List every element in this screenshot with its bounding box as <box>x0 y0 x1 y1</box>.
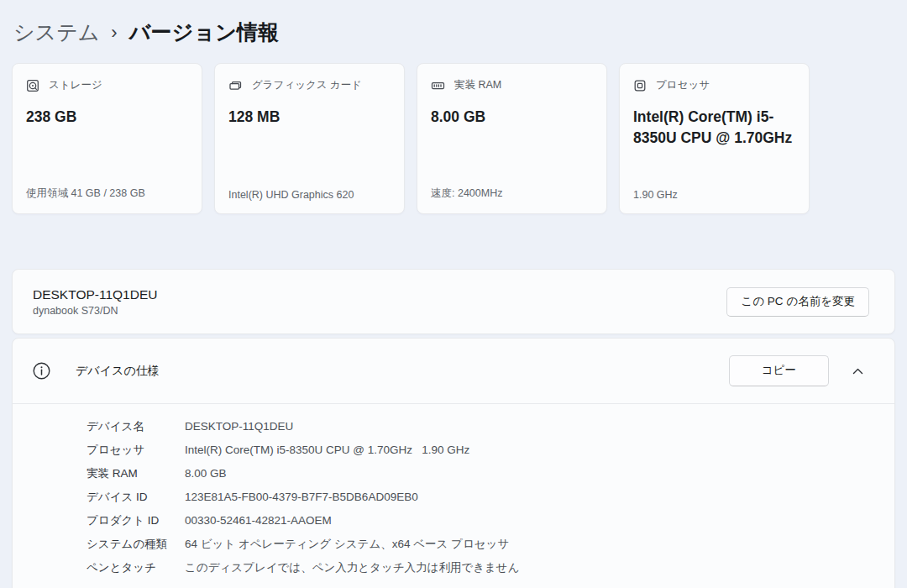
device-name-card: DESKTOP-11Q1DEU dynabook S73/DN この PC の名… <box>12 269 895 334</box>
chevron-up-icon[interactable] <box>846 360 869 383</box>
storage-card: ストレージ 238 GB 使用領域 41 GB / 238 GB <box>12 63 202 214</box>
card-label: グラフィックス カード <box>252 78 362 92</box>
device-specs-header[interactable]: デバイスの仕様 コピー <box>13 339 894 403</box>
spec-row-device-id: デバイス ID 123E81A5-FB00-4379-B7F7-B5DB6AD0… <box>87 486 878 509</box>
spec-row-product-id: プロダクト ID 00330-52461-42821-AAOEM <box>87 509 878 533</box>
ram-card: 実装 RAM 8.00 GB 速度: 2400MHz <box>417 63 607 214</box>
card-footer: 使用領域 41 GB / 238 GB <box>26 186 188 201</box>
card-value: Intel(R) Core(TM) i5-8350U CPU @ 1.70GHz <box>633 107 795 150</box>
card-footer: 速度: 2400MHz <box>431 186 593 201</box>
device-specs-table: デバイス名 DESKTOP-11Q1DEU プロセッサ Intel(R) Cor… <box>13 404 894 588</box>
card-value: 128 MB <box>228 107 391 128</box>
card-value: 8.00 GB <box>431 107 593 128</box>
settings-about-page: システム › バージョン情報 ストレージ 238 GB 使用領域 41 GB /… <box>0 0 907 588</box>
device-specs-expander: デバイスの仕様 コピー デバイス名 DESKTOP-11Q1DEU プロセッサ … <box>12 338 895 588</box>
processor-icon <box>633 79 647 92</box>
page-title: バージョン情報 <box>129 18 280 46</box>
graphics-card-card: グラフィックス カード 128 MB Intel(R) UHD Graphics… <box>214 63 405 214</box>
card-label: 実装 RAM <box>454 78 501 92</box>
chevron-right-icon: › <box>111 20 117 44</box>
breadcrumb: システム › バージョン情報 <box>12 0 895 49</box>
spec-row-ram: 実装 RAM 8.00 GB <box>87 462 878 486</box>
card-label: ストレージ <box>49 78 102 92</box>
info-icon <box>31 360 52 381</box>
card-footer: Intel(R) UHD Graphics 620 <box>228 189 391 201</box>
rename-pc-button[interactable]: この PC の名前を変更 <box>726 287 869 317</box>
breadcrumb-system-link[interactable]: システム <box>13 18 99 46</box>
device-name: DESKTOP-11Q1DEU <box>33 287 157 302</box>
card-label: プロセッサ <box>656 78 710 92</box>
device-model: dynabook S73/DN <box>33 305 157 317</box>
card-footer: 1.90 GHz <box>633 189 795 201</box>
spec-row-system-type: システムの種類 64 ビット オペレーティング システム、x64 ベース プロセ… <box>87 533 878 556</box>
processor-card: プロセッサ Intel(R) Core(TM) i5-8350U CPU @ 1… <box>619 63 810 214</box>
spec-row-processor: プロセッサ Intel(R) Core(TM) i5-8350U CPU @ 1… <box>87 438 878 462</box>
device-specs-title: デバイスの仕様 <box>76 364 160 379</box>
spec-row-device-name: デバイス名 DESKTOP-11Q1DEU <box>87 415 878 438</box>
storage-icon <box>26 79 39 92</box>
graphics-card-icon <box>228 79 243 92</box>
ram-icon <box>431 79 445 92</box>
copy-button[interactable]: コピー <box>729 355 829 386</box>
spec-row-pen-touch: ペンとタッチ このディスプレイでは、ペン入力とタッチ入力は利用できません <box>87 556 878 580</box>
summary-cards-row: ストレージ 238 GB 使用領域 41 GB / 238 GB グラフィックス… <box>12 63 811 214</box>
card-value: 238 GB <box>26 107 188 128</box>
